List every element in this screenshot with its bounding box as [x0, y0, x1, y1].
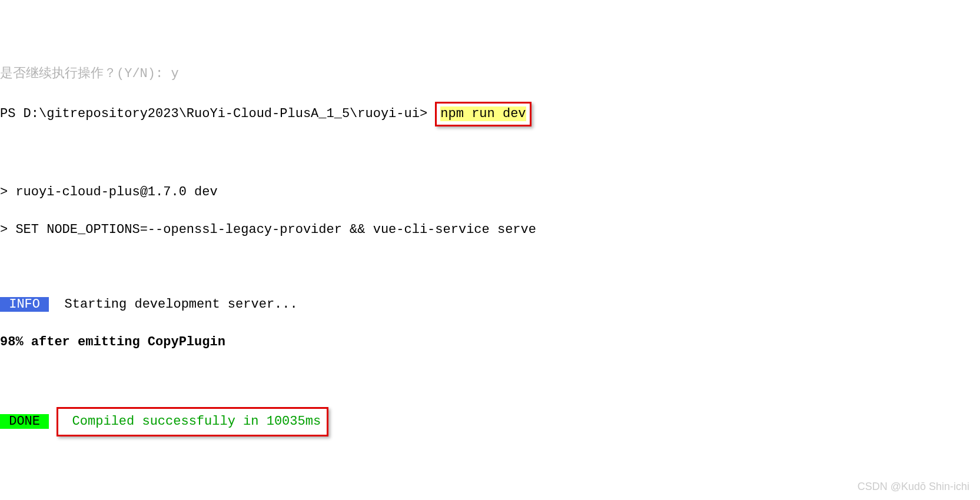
highlight-command-box: npm run dev	[435, 102, 531, 126]
info-text: Starting development server...	[49, 297, 297, 312]
csdn-watermark: CSDN @Kudō Shin-ichi	[858, 479, 969, 494]
truncated-top-line: 是否继续执行操作？(Y/N): y	[0, 65, 980, 84]
highlight-compiled-box: Compiled successfully in 10035ms	[57, 407, 328, 436]
info-badge: INFO	[0, 297, 49, 312]
blank-line	[0, 258, 980, 276]
progress-line: 98% after emitting CopyPlugin	[0, 333, 980, 352]
script-output-1: > ruoyi-cloud-plus@1.7.0 dev	[0, 183, 980, 202]
done-badge: DONE	[0, 414, 49, 429]
blank-line	[0, 145, 980, 164]
blank-line	[0, 492, 980, 500]
blank-line	[0, 455, 980, 474]
blank-line	[0, 371, 980, 388]
prompt-line: PS D:\gitrepository2023\RuoYi-Cloud-Plus…	[0, 102, 980, 126]
command-text: npm run dev	[440, 106, 526, 121]
script-output-2: > SET NODE_OPTIONS=--openssl-legacy-prov…	[0, 221, 980, 239]
info-line: INFO Starting development server...	[0, 295, 980, 314]
ps-prompt: PS D:\gitrepository2023\RuoYi-Cloud-Plus…	[0, 106, 435, 121]
done-line: DONE Compiled successfully in 10035ms	[0, 407, 980, 436]
